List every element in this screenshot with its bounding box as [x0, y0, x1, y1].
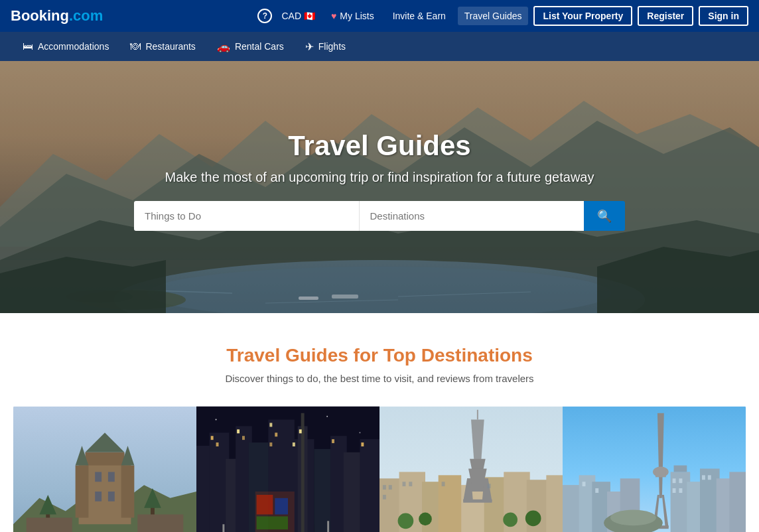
- my-lists-link[interactable]: ♥ My Lists: [324, 7, 381, 25]
- svg-rect-113: [383, 495, 386, 499]
- restaurants-label: Restaurants: [145, 41, 195, 52]
- svg-rect-34: [27, 517, 72, 532]
- hero-section: Travel Guides Make the most of an upcomi…: [0, 61, 759, 313]
- car-icon: 🚗: [217, 40, 230, 53]
- hero-subtitle: Make the most of an upcoming trip or fin…: [134, 170, 625, 185]
- travel-guides-label: Travel Guides: [464, 11, 522, 21]
- city-card-paris[interactable]: [380, 405, 563, 532]
- bed-icon: 🛏: [23, 40, 33, 52]
- main-content: Travel Guides for Top Destinations Disco…: [0, 313, 759, 532]
- svg-rect-26: [95, 472, 102, 482]
- svg-rect-21: [76, 466, 89, 518]
- logo-text-com: .com: [69, 7, 103, 25]
- svg-rect-59: [222, 524, 224, 532]
- invite-earn-link[interactable]: Invite & Earn: [386, 7, 452, 25]
- svg-rect-27: [108, 472, 115, 482]
- svg-rect-101: [463, 499, 492, 503]
- my-lists-label: My Lists: [340, 11, 374, 21]
- svg-rect-57: [360, 439, 380, 532]
- svg-rect-94: [546, 475, 563, 532]
- svg-rect-35: [137, 515, 183, 533]
- svg-rect-60: [327, 521, 329, 532]
- section-title-colored: Destinations: [421, 345, 533, 366]
- hero-title: Travel Guides: [134, 130, 625, 162]
- svg-rect-28: [95, 492, 102, 501]
- rental-cars-link[interactable]: 🚗 Rental Cars: [208, 35, 293, 58]
- quebec-city-image: [13, 405, 196, 532]
- svg-point-108: [525, 511, 541, 527]
- top-navigation: Booking .com ? CAD 🇨🇦 ♥ My Lists Invite …: [0, 0, 759, 32]
- rental-cars-label: Rental Cars: [235, 41, 284, 52]
- svg-rect-75: [269, 442, 272, 446]
- svg-rect-78: [332, 439, 334, 443]
- flights-link[interactable]: ✈ Flights: [296, 35, 355, 58]
- help-icon[interactable]: ?: [257, 9, 272, 23]
- svg-rect-146: [708, 475, 711, 480]
- currency-label: CAD: [281, 11, 301, 21]
- paris-image: [380, 405, 563, 532]
- svg-rect-81: [257, 495, 273, 515]
- svg-rect-116: [442, 482, 445, 486]
- restaurants-link[interactable]: 🍽 Restaurants: [121, 35, 204, 58]
- destinations-input[interactable]: [360, 201, 585, 231]
- plane-icon: ✈: [305, 40, 314, 53]
- svg-rect-76: [293, 442, 295, 446]
- section-title-plain: Travel Guides for Top: [226, 345, 421, 366]
- logo-text-booking: Booking: [11, 7, 69, 25]
- svg-rect-72: [242, 436, 245, 440]
- currency-selector[interactable]: CAD 🇨🇦: [277, 7, 319, 25]
- svg-rect-142: [679, 478, 682, 483]
- svg-point-41: [216, 419, 217, 421]
- svg-rect-122: [656, 469, 666, 477]
- svg-point-138: [610, 510, 656, 526]
- city-card-toronto[interactable]: [563, 405, 746, 532]
- svg-rect-131: [729, 472, 746, 532]
- svg-rect-83: [257, 516, 288, 529]
- svg-point-44: [359, 432, 360, 433]
- logo[interactable]: Booking .com: [11, 7, 103, 25]
- svg-rect-114: [403, 482, 406, 486]
- city-grid: [13, 405, 746, 532]
- svg-rect-141: [673, 478, 676, 483]
- svg-rect-79: [361, 442, 364, 446]
- svg-point-105: [398, 513, 414, 529]
- flights-label: Flights: [318, 41, 346, 52]
- svg-rect-22: [121, 466, 135, 518]
- city-card-nyc[interactable]: [196, 405, 380, 532]
- search-bar: 🔍: [134, 201, 625, 231]
- list-property-button[interactable]: List Your Property: [533, 6, 632, 26]
- svg-rect-74: [275, 432, 277, 436]
- travel-guides-link[interactable]: Travel Guides: [458, 7, 529, 25]
- accommodations-link[interactable]: 🛏 Accommodations: [13, 35, 118, 58]
- svg-point-106: [419, 513, 432, 526]
- svg-rect-20: [85, 452, 124, 466]
- search-button[interactable]: 🔍: [584, 201, 625, 231]
- svg-rect-148: [595, 488, 598, 493]
- section-subtitle: Discover things to do, the best time to …: [13, 373, 746, 384]
- register-button[interactable]: Register: [638, 6, 693, 26]
- city-card-quebec[interactable]: [13, 405, 196, 532]
- things-to-do-input[interactable]: [134, 201, 359, 231]
- section-title: Travel Guides for Top Destinations: [13, 345, 746, 366]
- svg-rect-71: [237, 429, 240, 433]
- svg-rect-117: [488, 484, 491, 488]
- svg-rect-144: [679, 488, 682, 493]
- heart-icon: ♥: [331, 11, 336, 21]
- svg-rect-115: [409, 482, 412, 486]
- svg-rect-112: [389, 485, 392, 490]
- canada-flag-icon: 🇨🇦: [304, 11, 315, 21]
- svg-rect-69: [211, 436, 214, 440]
- svg-rect-82: [275, 498, 288, 515]
- svg-point-107: [503, 513, 518, 527]
- sign-in-button[interactable]: Sign in: [699, 6, 748, 26]
- category-navigation: 🛏 Accommodations 🍽 Restaurants 🚗 Rental …: [0, 32, 759, 61]
- restaurant-icon: 🍽: [130, 40, 141, 52]
- toronto-image: [563, 405, 746, 532]
- svg-rect-77: [299, 429, 302, 433]
- accommodations-label: Accommodations: [38, 41, 109, 52]
- svg-rect-29: [108, 492, 115, 501]
- svg-rect-70: [216, 442, 219, 446]
- svg-rect-143: [673, 488, 676, 493]
- svg-rect-147: [583, 482, 586, 486]
- svg-rect-145: [702, 475, 705, 480]
